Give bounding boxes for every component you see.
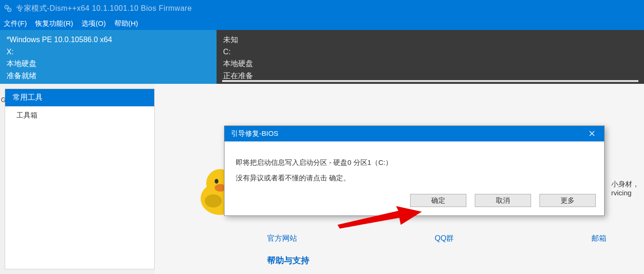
drive-left-type: 本地硬盘 <box>7 58 210 70</box>
more-button[interactable]: 更多 <box>539 194 596 207</box>
drive-right-letter: C: <box>223 46 637 58</box>
drive-right-type: 本地硬盘 <box>223 58 637 70</box>
app-gear-icon <box>4 4 12 13</box>
side-text-2: rvicing <box>611 189 639 197</box>
drive-info-left[interactable]: *Windows PE 10.0.10586.0 x64 X: 本地硬盘 准备就… <box>0 30 217 84</box>
drive-left-os: *Windows PE 10.0.10586.0 x64 <box>7 34 210 46</box>
links-row: 官方网站 QQ群 邮箱 <box>267 234 607 244</box>
drive-info-right[interactable]: 未知 C: 本地硬盘 正在准备 <box>217 30 644 84</box>
dialog-message-1: 即将把启动信息写入启动分区 - 硬盘0 分区1（C:） <box>236 155 593 170</box>
boot-repair-dialog: 引导修复-BIOS 即将把启动信息写入启动分区 - 硬盘0 分区1（C:） 没有… <box>224 126 605 216</box>
menu-help[interactable]: 帮助(H) <box>114 19 138 28</box>
svg-point-3 <box>9 9 10 10</box>
dialog-message-2: 没有异议或者看不懂的请点击 确定。 <box>236 170 593 185</box>
title-bar: 专家模式-Dism++x64 10.1.1001.10 Bios Firmwar… <box>0 0 644 17</box>
sidebar-header: 常用工具 <box>5 89 154 106</box>
menu-file[interactable]: 文件(F) <box>4 19 27 28</box>
link-qq-group[interactable]: QQ群 <box>435 234 454 244</box>
sidebar-item-toolbox[interactable]: 工具箱 <box>5 106 154 125</box>
ok-button[interactable]: 确定 <box>410 194 466 207</box>
app-window: 专家模式-Dism++x64 10.1.1001.10 Bios Firmwar… <box>0 0 644 274</box>
help-support-heading: 帮助与支持 <box>267 255 309 266</box>
drive-left-letter: X: <box>7 46 210 58</box>
sidebar: 常用工具 工具箱 <box>5 89 155 269</box>
menu-bar: 文件(F) 恢复功能(R) 选项(O) 帮助(H) <box>0 17 644 30</box>
dialog-buttons: 确定 取消 更多 <box>225 194 604 215</box>
link-email[interactable]: 邮箱 <box>592 234 607 244</box>
drive-right-os: 未知 <box>223 34 637 46</box>
progress-bar <box>222 80 638 82</box>
dialog-close-button[interactable] <box>586 129 598 139</box>
side-text: 小身材， rvicing <box>611 180 639 197</box>
edge-letter: G <box>1 96 6 104</box>
dialog-body: 即将把启动信息写入启动分区 - 硬盘0 分区1（C:） 没有异议或者看不懂的请点… <box>225 141 604 194</box>
svg-point-9 <box>205 194 222 207</box>
window-title: 专家模式-Dism++x64 10.1.1001.10 Bios Firmwar… <box>16 4 192 14</box>
menu-recovery[interactable]: 恢复功能(R) <box>35 19 73 28</box>
link-official-site[interactable]: 官方网站 <box>267 234 297 244</box>
dialog-title-bar: 引导修复-BIOS <box>225 126 604 141</box>
dialog-title-text: 引导修复-BIOS <box>231 129 278 138</box>
side-text-1: 小身材， <box>611 180 639 189</box>
svg-point-6 <box>215 179 218 184</box>
drive-left-status: 准备就绪 <box>7 70 210 82</box>
cancel-button[interactable]: 取消 <box>475 194 531 207</box>
menu-options[interactable]: 选项(O) <box>82 19 106 28</box>
drive-panel: *Windows PE 10.0.10586.0 x64 X: 本地硬盘 准备就… <box>0 30 644 84</box>
svg-point-2 <box>6 7 7 7</box>
